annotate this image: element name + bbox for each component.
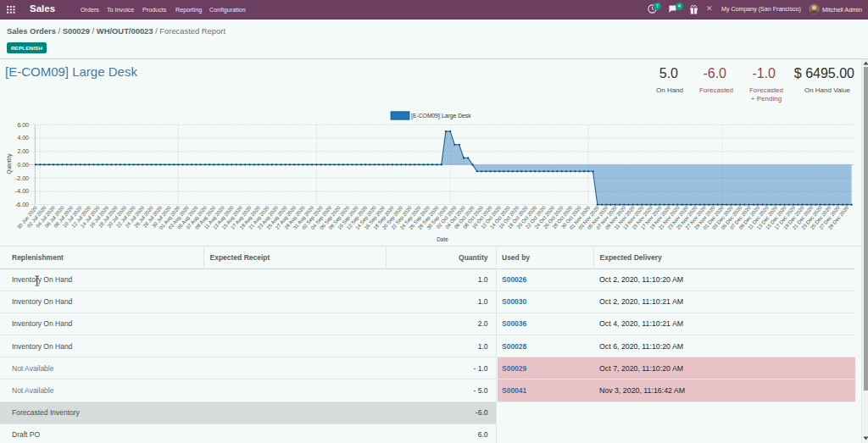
svg-text:0.00: 0.00: [17, 162, 29, 168]
svg-text:Date: Date: [437, 236, 448, 242]
svg-text:2.00: 2.00: [17, 148, 29, 154]
svg-text:4.00: 4.00: [17, 135, 29, 141]
svg-text:Quantity: Quantity: [6, 153, 13, 174]
svg-text:[E-COM09] Large Desk: [E-COM09] Large Desk: [411, 113, 471, 119]
svg-text:-2.00: -2.00: [15, 175, 29, 181]
svg-text:-4.00: -4.00: [15, 188, 29, 194]
svg-text:6.00: 6.00: [17, 122, 29, 128]
svg-text:-6.00: -6.00: [15, 202, 29, 208]
